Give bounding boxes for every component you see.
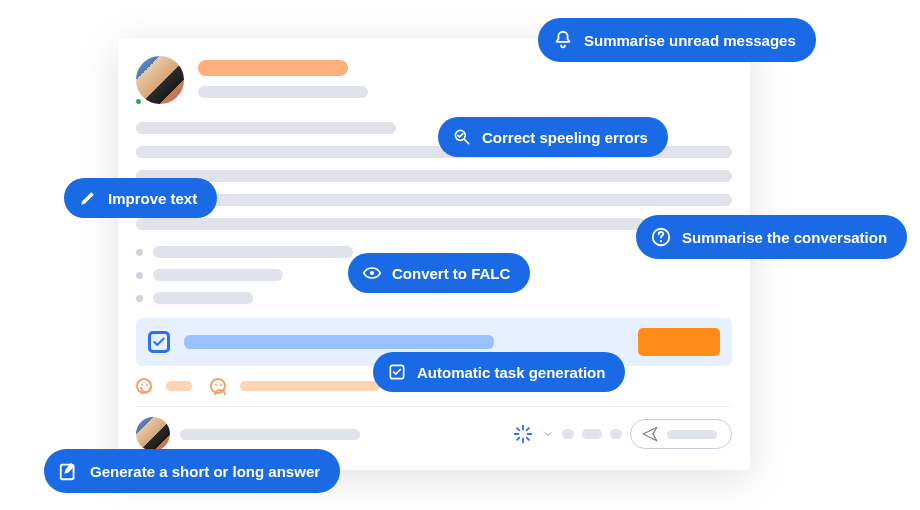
text-placeholder (136, 122, 396, 134)
pencil-icon (78, 188, 98, 208)
author-placeholder (198, 60, 348, 76)
text-placeholder (582, 429, 602, 439)
reaction-placeholder (166, 381, 192, 391)
text-placeholder (136, 218, 646, 230)
text-placeholder (136, 170, 732, 182)
text-placeholder (153, 246, 353, 258)
pill-label: Convert to FALC (392, 265, 510, 282)
checkbox-icon (387, 362, 407, 382)
search-check-icon (452, 127, 472, 147)
emoji-smile-icon[interactable] (136, 378, 152, 394)
bullet-dot (136, 295, 143, 302)
compose-icon (58, 460, 80, 482)
pill-auto-task[interactable]: Automatic task generation (373, 352, 625, 392)
sparkle-icon[interactable] (512, 423, 534, 445)
text-placeholder (198, 86, 368, 98)
pill-label: Generate a short or long answer (90, 463, 320, 480)
svg-line-7 (527, 428, 529, 430)
pill-correct-spelling[interactable]: Correct speeling errors (438, 117, 668, 157)
svg-line-4 (517, 428, 519, 430)
text-placeholder (562, 429, 574, 439)
chevron-down-icon[interactable] (542, 428, 554, 440)
text-placeholder (136, 194, 732, 206)
send-placeholder (667, 430, 717, 439)
svg-point-11 (660, 240, 662, 242)
question-bubble-icon (650, 226, 672, 248)
emoji-sad-icon[interactable] (210, 378, 226, 394)
bullet-dot (136, 249, 143, 256)
avatar[interactable] (136, 56, 184, 104)
send-icon (641, 425, 659, 443)
pill-label: Summarise unread messages (584, 32, 796, 49)
reaction-placeholder (240, 381, 380, 391)
bell-icon (552, 29, 574, 51)
compose-avatar (136, 417, 170, 451)
eye-icon (362, 263, 382, 283)
svg-line-9 (465, 140, 469, 144)
pill-summarise-conversation[interactable]: Summarise the conversation (636, 215, 907, 259)
check-icon (152, 335, 166, 349)
task-checkbox[interactable] (148, 331, 170, 353)
svg-point-12 (370, 271, 374, 275)
pill-label: Improve text (108, 190, 197, 207)
pill-improve-text[interactable]: Improve text (64, 178, 217, 218)
text-placeholder (153, 292, 253, 304)
pill-label: Summarise the conversation (682, 229, 887, 246)
text-placeholder (153, 269, 283, 281)
svg-line-5 (527, 438, 529, 440)
pill-label: Correct speeling errors (482, 129, 648, 146)
task-text-placeholder (184, 335, 494, 349)
presence-dot (134, 97, 143, 106)
compose-bar (136, 407, 732, 451)
pill-generate-answer[interactable]: Generate a short or long answer (44, 449, 340, 493)
bullet-dot (136, 272, 143, 279)
pill-convert-falc[interactable]: Convert to FALC (348, 253, 530, 293)
compose-placeholder[interactable] (180, 429, 360, 440)
pill-label: Automatic task generation (417, 364, 605, 381)
svg-line-6 (517, 438, 519, 440)
send-button[interactable] (630, 419, 732, 449)
pill-summarise-unread[interactable]: Summarise unread messages (538, 18, 816, 62)
text-placeholder (610, 429, 622, 439)
task-action-button[interactable] (638, 328, 720, 356)
